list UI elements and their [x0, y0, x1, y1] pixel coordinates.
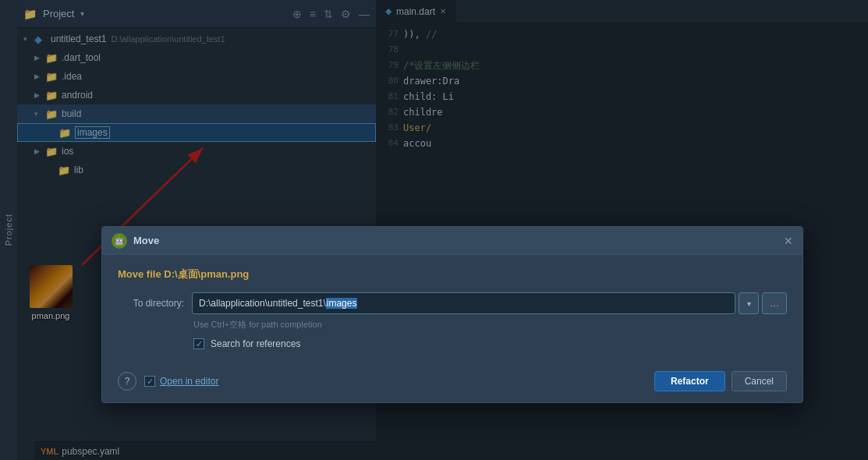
modal-file-path: D:\桌面\pman.png — [164, 268, 249, 280]
search-references-checkbox[interactable]: ✓ — [193, 338, 204, 349]
modal-search-references-row: ✓ Search for references — [193, 338, 787, 349]
open-in-editor-label[interactable]: Open in editor — [160, 376, 218, 387]
modal-file-title: Move file D:\桌面\pman.png — [118, 267, 787, 281]
open-in-editor-checkbox[interactable]: ✓ — [144, 376, 155, 387]
modal-input-wrap: D:\allapplication\untitled_test1\images … — [192, 292, 787, 314]
modal-body: Move file D:\桌面\pman.png To directory: D… — [102, 255, 802, 371]
search-references-label: Search for references — [211, 338, 300, 349]
directory-dropdown-button[interactable]: ▾ — [739, 292, 759, 314]
move-dialog: 🤖 Move ✕ Move file D:\桌面\pman.png To dir… — [101, 226, 803, 403]
search-references-checkmark: ✓ — [196, 339, 203, 349]
modal-directory-row: To directory: D:\allapplication\untitled… — [118, 292, 787, 314]
modal-field-label: To directory: — [118, 298, 184, 309]
directory-path-normal: D:\allapplication\untitled_test1\ — [199, 298, 326, 309]
modal-path-hint: Use Ctrl+空格 for path completion — [193, 319, 787, 331]
modal-close-button[interactable]: ✕ — [784, 235, 793, 247]
modal-help-button[interactable]: ? — [118, 372, 136, 391]
directory-input[interactable]: D:\allapplication\untitled_test1\images — [192, 292, 735, 314]
open-in-editor-checkmark: ✓ — [147, 377, 154, 387]
modal-header: 🤖 Move ✕ — [102, 227, 802, 255]
open-in-editor-row: ✓ Open in editor — [144, 376, 218, 387]
directory-browse-button[interactable]: … — [762, 292, 787, 314]
directory-path-highlighted: images — [326, 298, 358, 309]
modal-footer: ? ✓ Open in editor Refactor Cancel — [102, 371, 802, 402]
cancel-button[interactable]: Cancel — [732, 371, 787, 391]
modal-footer-buttons: Refactor Cancel — [654, 371, 787, 391]
refactor-button[interactable]: Refactor — [654, 371, 725, 391]
modal-android-icon: 🤖 — [112, 233, 127, 249]
modal-title: Move — [133, 235, 159, 246]
modal-file-title-prefix: Move file — [118, 268, 164, 280]
